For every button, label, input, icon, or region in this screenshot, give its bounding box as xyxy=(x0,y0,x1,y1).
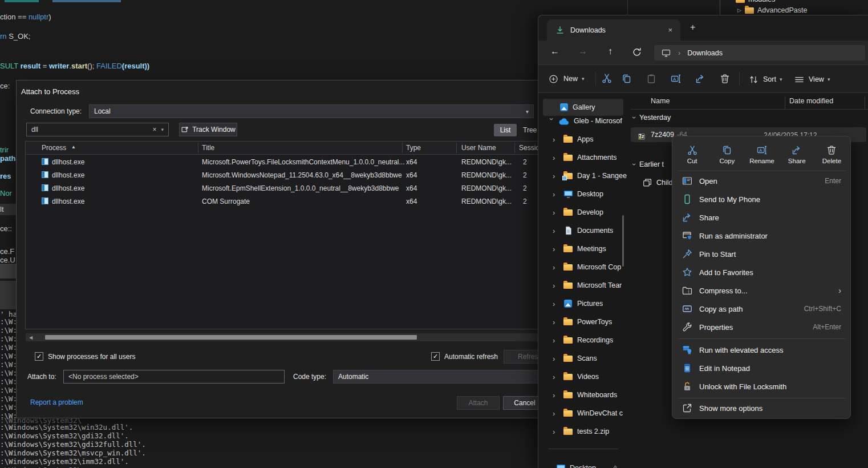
sidebar-scrollbar[interactable] xyxy=(622,215,624,267)
address-bar[interactable]: › Downloads xyxy=(654,45,865,60)
show-more-icon xyxy=(682,402,693,414)
scrollbar-thumb[interactable] xyxy=(45,335,417,340)
quick-copy-button[interactable]: Copy xyxy=(709,139,744,170)
sidebar-item-desktop-pinned[interactable]: Desktop xyxy=(538,459,628,468)
column-header-name[interactable]: Name xyxy=(651,97,670,105)
sidebar-item-powertoys[interactable]: ›PowerToys xyxy=(538,313,628,330)
quick-action-label: Delete xyxy=(822,158,841,164)
table-row[interactable]: dllhost.exe COM Surrogate x64 REDMOND\gk… xyxy=(26,195,547,208)
tab-downloads[interactable]: Downloads × xyxy=(547,19,680,41)
menu-item-add-to-favorites[interactable]: Add to Favorites xyxy=(675,263,849,281)
refresh-icon[interactable] xyxy=(631,46,644,59)
sidebar-item-whiteboards[interactable]: ›Whiteboards xyxy=(538,386,628,404)
scroll-left-icon[interactable]: ◀ xyxy=(29,335,33,340)
quick-cut-button[interactable]: Cut xyxy=(675,139,709,170)
column-header-date[interactable]: Date modified xyxy=(789,97,833,105)
menu-item-share[interactable]: Share xyxy=(675,208,849,227)
track-window-button[interactable]: Track Window xyxy=(179,123,237,136)
menu-item-pin-to-start[interactable]: Pin to Start xyxy=(675,245,849,263)
menu-item-compress-to[interactable]: Compress to... › xyxy=(675,281,849,300)
code-type-select[interactable]: Automatic xyxy=(333,370,548,384)
folder-icon xyxy=(563,209,573,216)
tree-item-advancedpaste[interactable]: ▷ AdvancedPaste xyxy=(737,5,807,15)
quick-share-button[interactable]: Share xyxy=(780,139,814,170)
show-processes-checkbox[interactable]: ✓ Show processes for all users xyxy=(35,352,135,361)
menu-separator xyxy=(678,171,846,171)
attach-button[interactable]: Attach xyxy=(457,396,500,410)
sidebar-item-windevchat[interactable]: ›WinDevChat c xyxy=(538,405,628,422)
pictures-icon xyxy=(564,300,572,308)
table-row[interactable]: dllhost.exe Microsoft.PowerToys.FileLock… xyxy=(26,156,547,169)
forward-icon[interactable]: → xyxy=(576,46,590,57)
column-header-user[interactable]: User Name xyxy=(461,144,496,152)
close-tab-icon[interactable]: × xyxy=(668,26,672,34)
sidebar-item-microsoft-copilot[interactable]: ›Microsoft Cop xyxy=(538,259,628,276)
rename-icon: A xyxy=(756,144,768,156)
horizontal-scrollbar[interactable]: ◀ xyxy=(26,333,547,341)
group-header-earlier[interactable]: › Earlier t xyxy=(633,160,664,168)
table-row[interactable]: dllhost.exe Microsoft.WindowsNotepad_11.… xyxy=(26,169,547,182)
cut-icon[interactable] xyxy=(595,72,607,85)
sort-button[interactable]: Sort ▾ xyxy=(747,72,782,87)
sidebar-item-tests-zip[interactable]: ›tests 2.zip xyxy=(538,423,628,440)
report-problem-link[interactable]: Report a problem xyxy=(30,398,83,406)
menu-item-run-elevated[interactable]: Run with elevated access xyxy=(675,341,849,359)
sidebar-item-recordings[interactable]: ›Recordings xyxy=(538,332,628,349)
column-header-type[interactable]: Type xyxy=(406,144,421,152)
view-button[interactable]: View ▾ xyxy=(793,72,830,87)
group-header-yesterday[interactable]: › Yesterday xyxy=(633,114,671,122)
sidebar-item-meetings[interactable]: ›Meetings xyxy=(538,240,628,257)
output-fragment: :\W: xyxy=(0,343,17,352)
connection-type-select[interactable]: Local ▾ xyxy=(89,104,534,118)
column-header-title[interactable]: Title xyxy=(202,144,214,152)
menu-item-copy-as-path[interactable]: Copy as path Ctrl+Shift+C xyxy=(675,300,849,318)
column-header-process[interactable]: Process xyxy=(42,144,66,152)
menu-item-open[interactable]: Open Enter xyxy=(675,172,849,190)
automatic-refresh-checkbox[interactable]: ✓ Automatic refresh xyxy=(431,352,498,361)
sidebar-item-documents[interactable]: ›Documents xyxy=(538,222,628,239)
sidebar-item-desktop[interactable]: ›Desktop xyxy=(538,185,628,203)
sidebar-item-scans[interactable]: ›Scans xyxy=(538,350,628,367)
clear-filter-icon[interactable]: × xyxy=(152,126,156,134)
chevron-right-icon: › xyxy=(553,318,559,326)
new-button[interactable]: New ▾ xyxy=(547,71,585,87)
sidebar-item-apps[interactable]: ›Apps xyxy=(538,131,628,148)
menu-item-properties[interactable]: Properties Alt+Enter xyxy=(675,318,849,336)
column-divider[interactable] xyxy=(785,96,785,109)
sidebar-item-onedrive-root[interactable]: › Gleb - Microsof xyxy=(538,112,628,130)
code-line: ction == nullptr) xyxy=(0,13,51,21)
sidebar-item-label: Develop xyxy=(577,208,603,216)
table-row[interactable]: dllhost.exe Microsoft.EpmShellExtension_… xyxy=(26,182,547,195)
quick-rename-button[interactable]: A Rename xyxy=(744,139,779,170)
tree-item-modules[interactable]: modules xyxy=(736,0,775,5)
process-filter-input[interactable]: dll × ▾ xyxy=(26,123,169,136)
menu-item-run-as-admin[interactable]: Run as administrator xyxy=(675,227,849,245)
sidebar-item-videos[interactable]: ›Videos xyxy=(538,368,628,385)
list-view-button[interactable]: List xyxy=(494,124,517,136)
chevron-down-icon[interactable]: ▾ xyxy=(161,127,164,132)
menu-item-unlock-file-locksmith[interactable]: Unlock with File Locksmith xyxy=(675,377,849,396)
sidebar-item-attachments[interactable]: ›Attachments xyxy=(538,149,628,166)
process-icon xyxy=(42,184,48,191)
attach-to-field[interactable]: <No process selected> xyxy=(63,370,285,384)
sidebar-item-pictures[interactable]: ›Pictures xyxy=(538,295,628,312)
share-icon[interactable] xyxy=(694,72,707,85)
tree-view-button[interactable]: Tree xyxy=(523,124,537,136)
new-tab-icon[interactable]: + xyxy=(690,22,695,33)
up-icon[interactable]: ↑ xyxy=(603,46,617,57)
sidebar-item-label: Documents xyxy=(577,227,613,235)
sidebar-item-label: Scans xyxy=(577,354,597,362)
menu-item-show-more-options[interactable]: Show more options xyxy=(675,399,849,417)
quick-delete-button[interactable]: Delete xyxy=(814,139,849,170)
sidebar-item-microsoft-teams[interactable]: ›Microsoft Tear xyxy=(538,277,628,294)
menu-item-send-to-phone[interactable]: Send to My Phone xyxy=(675,190,849,208)
delete-icon[interactable] xyxy=(719,72,731,85)
sidebar-item-day1[interactable]: ›Day 1 - Sangee xyxy=(538,167,628,184)
back-icon[interactable]: ← xyxy=(548,46,562,57)
rename-icon[interactable]: A xyxy=(670,72,682,85)
menu-item-edit-in-notepad[interactable]: Edit in Notepad xyxy=(675,359,849,377)
sidebar-item-develop[interactable]: ›Develop xyxy=(538,204,628,221)
paste-icon[interactable] xyxy=(645,72,658,85)
copy-icon[interactable] xyxy=(620,72,633,85)
breadcrumb[interactable]: Downloads xyxy=(687,49,723,57)
